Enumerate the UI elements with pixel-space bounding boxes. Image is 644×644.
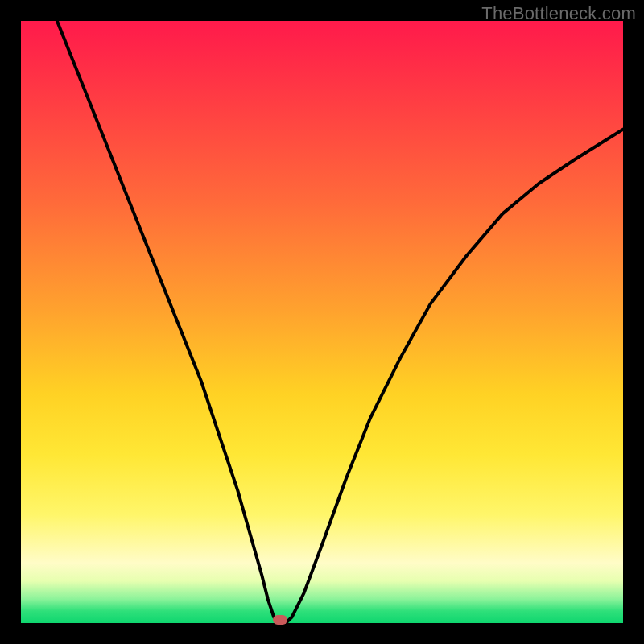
chart-plot-area xyxy=(21,21,623,623)
watermark-text: TheBottleneck.com xyxy=(481,3,636,24)
chart-frame: TheBottleneck.com xyxy=(0,0,644,644)
bottleneck-curve xyxy=(21,21,623,623)
optimal-marker-icon xyxy=(273,615,287,625)
